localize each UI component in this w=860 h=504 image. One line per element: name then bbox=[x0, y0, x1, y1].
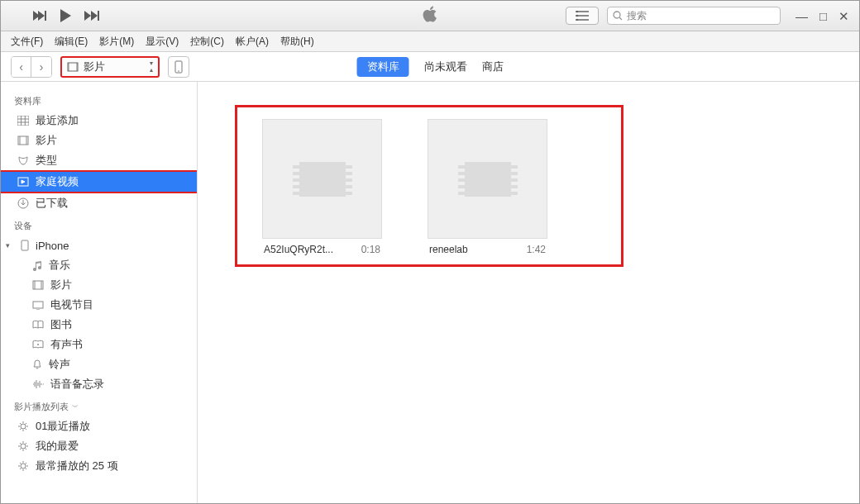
svg-point-1 bbox=[576, 15, 578, 17]
disclosure-triangle-icon[interactable]: ▾ bbox=[6, 241, 14, 250]
back-button[interactable]: ‹ bbox=[12, 57, 31, 77]
sidebar-playlist-recent[interactable]: 01最近播放 bbox=[1, 416, 197, 436]
film-icon bbox=[32, 280, 44, 290]
sidebar-section-library: 资料库 bbox=[1, 92, 197, 111]
video-meta: reneelab 1:42 bbox=[428, 244, 547, 255]
sidebar: 资料库 最近添加 影片 类型 家庭视频 已下载 设备 ▾ iPhone bbox=[1, 82, 198, 504]
sidebar-item-downloaded[interactable]: 已下载 bbox=[1, 193, 197, 213]
filmstrip-icon bbox=[299, 162, 346, 197]
svg-point-18 bbox=[21, 444, 26, 449]
mask-icon bbox=[17, 155, 29, 166]
next-button[interactable] bbox=[82, 6, 102, 26]
tv-icon bbox=[32, 300, 44, 310]
sidebar-item-label: 铃声 bbox=[49, 357, 70, 372]
sidebar-item-label: 已下载 bbox=[36, 196, 68, 211]
sidebar-item-books[interactable]: 图书 bbox=[1, 315, 197, 335]
sidebar-playlist-favorites[interactable]: 我的最爱 bbox=[1, 436, 197, 456]
video-duration: 1:42 bbox=[527, 244, 546, 255]
forward-button[interactable]: › bbox=[31, 57, 51, 77]
sidebar-item-tv[interactable]: 电视节目 bbox=[1, 295, 197, 315]
sidebar-section-playlists: 影片播放列表 ﹀ bbox=[1, 397, 197, 416]
sidebar-item-recent[interactable]: 最近添加 bbox=[1, 111, 197, 131]
video-name: reneelab bbox=[429, 244, 468, 255]
music-icon bbox=[32, 260, 42, 271]
play-button[interactable] bbox=[55, 6, 75, 26]
content-area: A52IuQRyR2t... 0:18 reneelab 1:42 bbox=[198, 82, 859, 504]
close-button[interactable]: ✕ bbox=[838, 10, 849, 22]
video-thumbnail bbox=[262, 119, 382, 239]
menu-edit[interactable]: 编辑(E) bbox=[55, 35, 88, 49]
sidebar-item-label: 有声书 bbox=[50, 337, 83, 352]
svg-point-0 bbox=[576, 11, 578, 12]
menu-file[interactable]: 文件(F) bbox=[11, 35, 43, 49]
menu-help[interactable]: 帮助(H) bbox=[280, 35, 314, 49]
category-label: 影片 bbox=[84, 59, 105, 74]
video-item[interactable]: reneelab 1:42 bbox=[428, 119, 547, 258]
chevron-down-icon: ▾▴ bbox=[150, 60, 153, 74]
toolbar: ‹ › 影片 ▾▴ 资料库 尚未观看 商店 bbox=[1, 52, 859, 82]
film-icon bbox=[67, 62, 79, 72]
tab-library[interactable]: 资料库 bbox=[357, 57, 409, 77]
menu-view[interactable]: 显示(V) bbox=[146, 35, 179, 49]
gear-icon bbox=[17, 421, 29, 432]
sidebar-item-home-videos[interactable]: 家庭视频 bbox=[1, 172, 197, 192]
sidebar-item-audiobooks[interactable]: 有声书 bbox=[1, 335, 197, 354]
download-icon bbox=[17, 197, 29, 209]
sidebar-item-iphone[interactable]: ▾ iPhone bbox=[1, 235, 197, 255]
sidebar-item-label: 我的最爱 bbox=[36, 439, 79, 454]
tab-store[interactable]: 商店 bbox=[482, 59, 504, 74]
svg-point-8 bbox=[178, 70, 179, 72]
sidebar-item-label: 类型 bbox=[36, 153, 57, 168]
video-name: A52IuQRyR2t... bbox=[264, 244, 333, 255]
svg-rect-15 bbox=[33, 302, 43, 308]
sidebar-item-device-movies[interactable]: 影片 bbox=[1, 275, 197, 295]
menu-control[interactable]: 控制(C) bbox=[190, 35, 224, 49]
sidebar-item-label: 家庭视频 bbox=[36, 174, 79, 189]
svg-rect-9 bbox=[17, 116, 29, 126]
maximize-button[interactable]: □ bbox=[819, 10, 827, 22]
video-item[interactable]: A52IuQRyR2t... 0:18 bbox=[262, 119, 382, 258]
chevron-down-icon[interactable]: ﹀ bbox=[72, 402, 79, 411]
sidebar-item-label: 影片 bbox=[50, 278, 72, 292]
sidebar-playlist-top25[interactable]: 最常播放的 25 项 bbox=[1, 456, 197, 476]
sidebar-item-label: 图书 bbox=[50, 317, 72, 332]
menu-movies[interactable]: 影片(M) bbox=[99, 35, 134, 49]
video-thumbnail bbox=[428, 119, 547, 239]
video-duration: 0:18 bbox=[361, 244, 380, 255]
filmstrip-icon bbox=[465, 162, 511, 197]
sidebar-item-ringtones[interactable]: 铃声 bbox=[1, 354, 197, 374]
titlebar-right: 搜索 — □ ✕ bbox=[566, 7, 859, 25]
grid-icon bbox=[17, 116, 29, 126]
nav-arrows: ‹ › bbox=[11, 56, 52, 78]
svg-point-16 bbox=[37, 344, 39, 345]
list-view-button[interactable] bbox=[566, 7, 599, 25]
video-meta: A52IuQRyR2t... 0:18 bbox=[262, 244, 382, 255]
audiobook-icon bbox=[32, 340, 44, 349]
sidebar-item-label: 最常播放的 25 项 bbox=[36, 459, 118, 473]
search-icon bbox=[613, 11, 623, 21]
playback-controls bbox=[29, 6, 102, 26]
svg-point-19 bbox=[21, 464, 26, 468]
sidebar-item-label: 最近添加 bbox=[36, 113, 79, 128]
library-tabs: 资料库 尚未观看 商店 bbox=[357, 57, 504, 77]
sidebar-item-voice-memos[interactable]: 语音备忘录 bbox=[1, 374, 197, 394]
gear-icon bbox=[17, 460, 29, 472]
device-button[interactable] bbox=[168, 56, 189, 78]
tab-unwatched[interactable]: 尚未观看 bbox=[424, 59, 467, 74]
menu-account[interactable]: 帐户(A) bbox=[236, 35, 269, 49]
minimize-button[interactable]: — bbox=[796, 10, 808, 22]
highlight-annotation: A52IuQRyR2t... 0:18 reneelab 1:42 bbox=[235, 105, 624, 267]
sidebar-section-devices: 设备 bbox=[1, 216, 197, 235]
sidebar-item-label: 语音备忘录 bbox=[50, 377, 104, 392]
sidebar-item-movies[interactable]: 影片 bbox=[1, 131, 197, 150]
waveform-icon bbox=[32, 379, 44, 389]
search-input[interactable]: 搜索 bbox=[607, 7, 781, 25]
svg-rect-5 bbox=[68, 63, 69, 71]
category-selector[interactable]: 影片 ▾▴ bbox=[60, 56, 160, 78]
book-icon bbox=[32, 320, 44, 330]
svg-rect-13 bbox=[22, 240, 28, 250]
sidebar-item-music[interactable]: 音乐 bbox=[1, 255, 197, 275]
previous-button[interactable] bbox=[29, 6, 49, 26]
sidebar-item-genres[interactable]: 类型 bbox=[1, 150, 197, 170]
svg-point-17 bbox=[21, 424, 26, 429]
